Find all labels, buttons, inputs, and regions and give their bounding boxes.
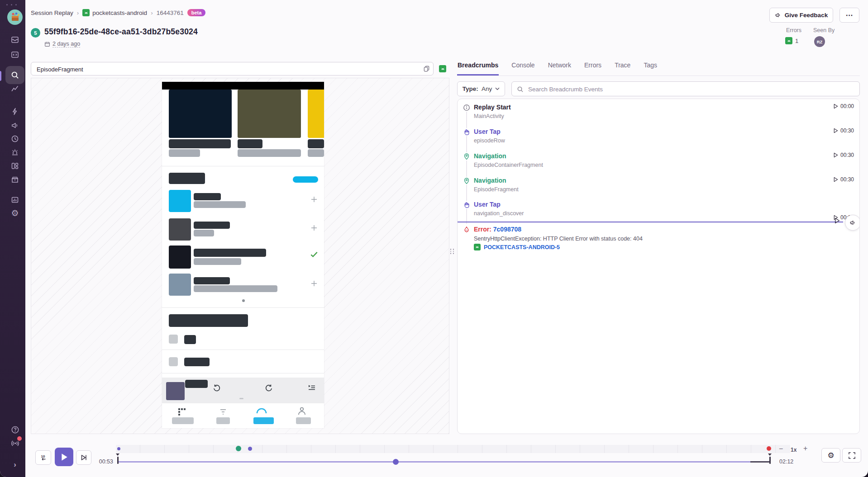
timeline-event-dot[interactable] xyxy=(117,447,120,450)
play-button[interactable] xyxy=(55,448,73,466)
event-row-navigation[interactable]: Navigation EpisodeFragment 00:30 xyxy=(458,177,859,198)
timeline-event-dot[interactable] xyxy=(248,447,252,451)
tab-errors[interactable]: Errors xyxy=(584,59,602,76)
detail-tabs: Breadcrumbs Console Network Errors Trace… xyxy=(457,59,860,76)
org-avatar[interactable] xyxy=(7,9,23,25)
timeline-events-track[interactable] xyxy=(116,445,790,453)
event-timestamp[interactable]: 00:30 xyxy=(833,128,854,134)
check-icon xyxy=(310,251,318,260)
sidebar-item-replays[interactable] xyxy=(8,132,22,146)
drag-notch xyxy=(239,398,243,399)
play-from-here-icon[interactable] xyxy=(834,217,840,226)
ellipsis-icon: ⋯ xyxy=(846,11,854,19)
playback-speed[interactable]: 1x xyxy=(791,447,796,453)
skip-end-icon xyxy=(80,454,87,461)
sidebar-expand-button[interactable]: › xyxy=(8,458,22,472)
megaphone-icon xyxy=(849,219,856,226)
event-timestamp[interactable]: 00:30 xyxy=(833,176,854,183)
sentry-session-replay-app: ⚙ › Session Replay › pocketcasts-android… xyxy=(0,0,868,477)
play-icon xyxy=(833,177,838,182)
breadcrumb-event-list: Replay Start MainActivity 00:00 User Tap… xyxy=(457,99,860,434)
give-feedback-button[interactable]: Give Feedback xyxy=(769,8,833,23)
sidebar-item-help[interactable] xyxy=(8,422,22,437)
timeline-scrubber[interactable] xyxy=(119,461,771,463)
copy-button[interactable] xyxy=(423,65,430,74)
timeline-zoom-out[interactable]: − xyxy=(779,445,783,453)
sidebar-menu-dots xyxy=(6,4,17,5)
podcast-card xyxy=(238,90,301,138)
copy-icon xyxy=(423,65,430,72)
seen-by-avatar[interactable]: RZ xyxy=(814,36,825,47)
play-icon xyxy=(833,152,838,158)
replay-viewport[interactable] xyxy=(31,78,449,434)
tab-console[interactable]: Console xyxy=(511,59,535,76)
event-timestamp[interactable]: 00:00 xyxy=(833,103,854,109)
event-row-navigation[interactable]: Navigation EpisodeContainerFragment 00:3… xyxy=(458,152,859,174)
episode-thumb xyxy=(169,218,191,241)
replay-settings-button[interactable]: ⚙ xyxy=(821,448,840,463)
error-id-link[interactable]: 7c098708 xyxy=(493,226,521,233)
more-options-button[interactable]: ⋯ xyxy=(839,8,859,23)
sidebar-item-dashboards-layout[interactable] xyxy=(8,159,22,173)
filter-icon xyxy=(219,409,227,417)
type-filter-dropdown[interactable]: Type: Any xyxy=(457,81,505,96)
replay-started-time: 2 days ago xyxy=(44,41,80,47)
sidebar-item-issues[interactable] xyxy=(8,33,22,47)
timeline-event-dot-green[interactable] xyxy=(236,446,241,451)
event-timestamp[interactable]: 00:30 xyxy=(833,152,854,158)
panel-resize-handle[interactable] xyxy=(449,246,455,257)
episode-thumb xyxy=(169,274,191,296)
calendar-icon xyxy=(44,41,50,47)
fullscreen-button[interactable] xyxy=(842,448,861,463)
breadcrumb-project[interactable]: pocketcasts-android xyxy=(82,9,147,16)
page-title: 55f9fb16-25de-48ce-aa51-3db27b5e3024 xyxy=(44,27,198,37)
phone-status-bar xyxy=(162,82,324,90)
clip-end-marker[interactable] xyxy=(768,453,772,456)
error-title: Error: xyxy=(474,226,491,233)
sidebar-item-projects[interactable] xyxy=(8,47,22,62)
breadcrumb-replay-id[interactable]: 16443761 xyxy=(157,9,184,16)
android-platform-icon xyxy=(785,37,792,44)
error-project-link[interactable]: POCKETCASTS-ANDROID-5 xyxy=(474,244,560,250)
timeline-clip-end-segment xyxy=(750,461,771,463)
tab-tags[interactable]: Tags xyxy=(643,59,658,76)
sidebar-item-alerts[interactable] xyxy=(8,145,22,160)
tab-network[interactable]: Network xyxy=(548,59,572,76)
sidebar-item-releases[interactable] xyxy=(8,172,22,187)
sidebar-item-settings[interactable]: ⚙ xyxy=(8,206,22,220)
tab-breadcrumbs[interactable]: Breadcrumbs xyxy=(457,59,499,76)
android-project-icon xyxy=(82,9,90,16)
timeline-playhead[interactable] xyxy=(393,459,399,465)
android-project-icon xyxy=(474,244,481,250)
rewind-10s-button[interactable]: 10 xyxy=(35,450,51,465)
event-row-user-tap[interactable]: User Tap episodeRow 00:30 xyxy=(458,128,859,150)
tab-trace[interactable]: Trace xyxy=(614,59,631,76)
sidebar-active-indicator xyxy=(0,71,1,81)
clip-start-marker[interactable] xyxy=(116,453,119,456)
phone-bottom-nav xyxy=(162,403,324,428)
replay-mobile-frame xyxy=(162,82,324,428)
tap-icon xyxy=(463,201,471,209)
podcasts-grid-icon xyxy=(177,407,186,418)
sidebar-item-stats[interactable] xyxy=(8,193,22,207)
dom-search-input[interactable] xyxy=(36,63,418,76)
layout-blocks-icon xyxy=(10,161,19,170)
podcast-card xyxy=(169,90,232,138)
timeline-error-dot[interactable] xyxy=(767,446,771,451)
megaphone-icon xyxy=(775,12,782,19)
event-row-replay-start[interactable]: Replay Start MainActivity 00:00 xyxy=(458,104,859,125)
sidebar-item-insights[interactable] xyxy=(8,104,22,118)
rewind-10-icon: 10 xyxy=(39,453,48,462)
episode-thumb xyxy=(169,246,191,269)
sidebar-item-feedback[interactable] xyxy=(8,118,22,132)
episode-thumb xyxy=(169,190,191,212)
breadcrumb-search-input[interactable] xyxy=(527,83,855,96)
play-icon xyxy=(833,128,838,133)
timeline-zoom-in[interactable]: + xyxy=(803,444,807,453)
skip-to-end-button[interactable] xyxy=(76,450,91,465)
sidebar-item-dashboards[interactable] xyxy=(8,81,22,96)
error-description: SentryHttpClientException: HTTP Client E… xyxy=(474,236,643,242)
breadcrumb-separator: › xyxy=(151,9,153,16)
gear-icon: ⚙ xyxy=(827,451,834,460)
breadcrumb-session-replay[interactable]: Session Replay xyxy=(31,9,73,16)
